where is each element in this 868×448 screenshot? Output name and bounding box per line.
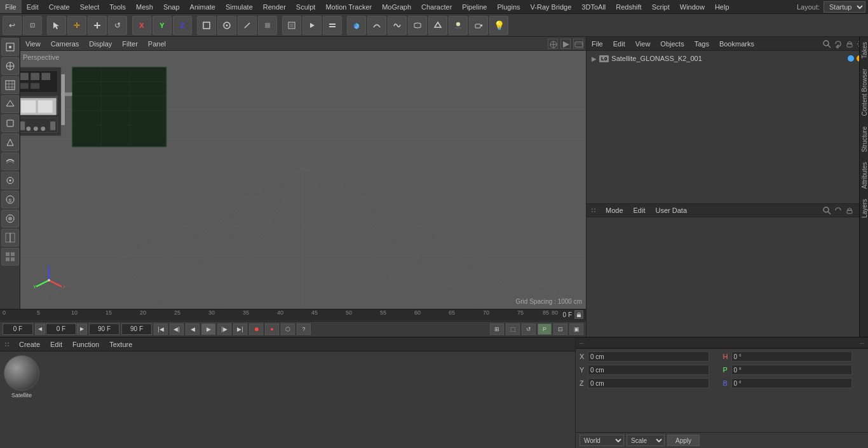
light-button[interactable]: 💡 bbox=[489, 16, 508, 35]
menu-vray[interactable]: V-Ray Bridge bbox=[526, 0, 577, 13]
tl-btn-5[interactable]: ⊡ bbox=[553, 323, 567, 335]
viewport-icon-3[interactable] bbox=[573, 39, 583, 49]
polygon-pen-button[interactable] bbox=[1, 95, 19, 113]
attr-search-icon[interactable] bbox=[822, 206, 831, 215]
texture-axis-button[interactable] bbox=[1, 57, 19, 75]
menu-mesh[interactable]: Mesh bbox=[131, 0, 158, 13]
mirror-button[interactable] bbox=[1, 229, 19, 247]
menu-edit[interactable]: Edit bbox=[22, 0, 44, 13]
coord-z-input[interactable] bbox=[588, 378, 709, 388]
menu-create[interactable]: Create bbox=[44, 0, 75, 13]
om-menu-objects[interactable]: Objects bbox=[658, 40, 686, 48]
attr-menu-edit[interactable]: Edit bbox=[631, 207, 648, 214]
om-menu-edit[interactable]: Edit bbox=[611, 40, 628, 48]
tl-btn-2[interactable]: ⬚ bbox=[506, 323, 520, 335]
cube-button[interactable] bbox=[347, 16, 366, 35]
om-menu-bookmarks[interactable]: Bookmarks bbox=[717, 40, 757, 48]
coord-p-input[interactable] bbox=[731, 365, 853, 375]
menu-file[interactable]: File bbox=[0, 0, 22, 13]
om-refresh-icon[interactable] bbox=[834, 39, 843, 48]
attr-refresh-icon[interactable] bbox=[834, 206, 843, 215]
floor-grid-button[interactable] bbox=[1, 76, 19, 94]
menu-plugins[interactable]: Plugins bbox=[492, 0, 525, 13]
menu-simulate[interactable]: Simulate bbox=[220, 0, 258, 13]
tree-item-satellite[interactable]: ▶ L0 Satellite_GLONASS_K2_001 bbox=[589, 53, 865, 64]
stitch-button[interactable] bbox=[1, 153, 19, 170]
menu-select[interactable]: Select bbox=[75, 0, 105, 13]
render-settings-button[interactable] bbox=[323, 16, 342, 35]
attr-menu-mode[interactable]: Mode bbox=[603, 207, 626, 214]
deformer-button[interactable] bbox=[408, 16, 427, 35]
axis-x-button[interactable]: X bbox=[132, 16, 151, 35]
knife-tool-button[interactable] bbox=[1, 114, 19, 132]
scene-button[interactable] bbox=[449, 16, 468, 35]
viewport-3d[interactable]: View Cameras Display Filter Panel bbox=[20, 37, 586, 309]
om-search-icon[interactable] bbox=[822, 39, 831, 48]
camera-button[interactable] bbox=[469, 16, 488, 35]
tab-takes[interactable]: Takes bbox=[860, 37, 868, 64]
grid-button[interactable] bbox=[1, 248, 19, 266]
mat-menu-texture[interactable]: Texture bbox=[107, 341, 135, 348]
menu-snap[interactable]: Snap bbox=[158, 0, 185, 13]
effector-button[interactable] bbox=[428, 16, 447, 35]
apply-button[interactable]: Apply bbox=[667, 435, 700, 446]
scale-tool-button[interactable] bbox=[88, 16, 107, 35]
poly-mode-button[interactable] bbox=[258, 16, 277, 35]
menu-character[interactable]: Character bbox=[416, 0, 457, 13]
tab-layers[interactable]: Layers bbox=[860, 194, 868, 223]
undo-button[interactable]: ↩ bbox=[3, 16, 22, 35]
next-key-button[interactable]: |▶ bbox=[217, 323, 231, 335]
edge-mode-button[interactable] bbox=[238, 16, 257, 35]
prev-frame-input-btn[interactable]: ◀ bbox=[35, 323, 45, 335]
viewport-icon-2[interactable] bbox=[560, 39, 571, 49]
start-frame-input[interactable] bbox=[3, 323, 33, 335]
material-item-satellite[interactable]: Satellite bbox=[4, 355, 39, 398]
tl-btn-6[interactable]: ▣ bbox=[569, 323, 583, 335]
render-view-button[interactable] bbox=[302, 16, 322, 35]
mesh-mode-button[interactable] bbox=[217, 16, 236, 35]
axis-y-button[interactable]: Y bbox=[153, 16, 172, 35]
viewport-menu-filter[interactable]: Filter bbox=[119, 40, 140, 48]
paint-tool-button[interactable]: S bbox=[1, 191, 19, 208]
end-frame-input[interactable] bbox=[89, 323, 119, 335]
coord-y-input[interactable] bbox=[588, 365, 709, 375]
mat-menu-edit[interactable]: Edit bbox=[48, 341, 65, 348]
coord-h-input[interactable] bbox=[731, 351, 853, 362]
om-menu-file[interactable]: File bbox=[589, 40, 606, 48]
viewport-menu-panel[interactable]: Panel bbox=[146, 40, 168, 48]
record-button[interactable]: ⏺ bbox=[249, 323, 263, 335]
attr-menu-userdata[interactable]: User Data bbox=[653, 207, 690, 214]
go-end-button[interactable]: ▶| bbox=[233, 323, 247, 335]
nurbs-button[interactable] bbox=[388, 16, 407, 35]
soft-selection-button[interactable] bbox=[1, 210, 19, 227]
menu-window[interactable]: Window bbox=[675, 0, 710, 13]
om-menu-tags[interactable]: Tags bbox=[692, 40, 712, 48]
menu-tools[interactable]: Tools bbox=[104, 0, 131, 13]
object-axis-button[interactable] bbox=[1, 38, 19, 56]
play-forward-button[interactable]: ▶ bbox=[201, 323, 215, 335]
play-back-button[interactable]: ◀ bbox=[186, 323, 200, 335]
move-tool-button[interactable]: ✛ bbox=[67, 16, 86, 35]
menu-3dtoall[interactable]: 3DToAll bbox=[576, 0, 611, 13]
om-menu-view[interactable]: View bbox=[633, 40, 653, 48]
mat-menu-create[interactable]: Create bbox=[17, 341, 43, 348]
viewport-menu-cameras[interactable]: Cameras bbox=[48, 40, 82, 48]
next-frame-input-btn[interactable]: ▶ bbox=[77, 323, 87, 335]
menu-motion-tracker[interactable]: Motion Tracker bbox=[320, 0, 377, 13]
help-button[interactable]: ? bbox=[297, 323, 311, 335]
mat-menu-function[interactable]: Function bbox=[70, 341, 102, 348]
go-start-button[interactable]: |◀ bbox=[154, 323, 168, 335]
menu-mograph[interactable]: MoGraph bbox=[377, 0, 416, 13]
current-frame-input[interactable] bbox=[46, 323, 76, 335]
world-dropdown[interactable]: World bbox=[580, 435, 624, 446]
model-mode-button[interactable] bbox=[197, 16, 216, 35]
render-region-button[interactable] bbox=[282, 16, 301, 35]
tab-content-browser[interactable]: Content Browser bbox=[860, 64, 868, 121]
menu-pipeline[interactable]: Pipeline bbox=[457, 0, 492, 13]
key-button[interactable]: ⬡ bbox=[281, 323, 295, 335]
menu-animate[interactable]: Animate bbox=[185, 0, 220, 13]
tab-attributes[interactable]: Attributes bbox=[860, 157, 868, 194]
axis-z-button[interactable]: Z bbox=[173, 16, 192, 35]
menu-redshift[interactable]: Redshift bbox=[611, 0, 646, 13]
snap-tool-button[interactable] bbox=[1, 172, 19, 189]
